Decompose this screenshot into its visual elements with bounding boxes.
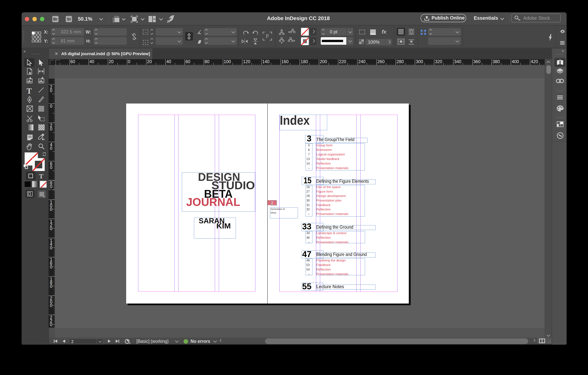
svg-text:P: P bbox=[266, 33, 269, 39]
